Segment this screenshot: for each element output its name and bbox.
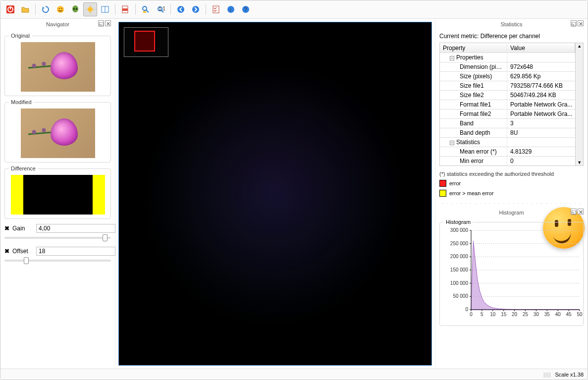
original-label: Original xyxy=(9,33,32,39)
offset-slider[interactable] xyxy=(4,260,111,262)
main-toolbar: 1:1 i ? xyxy=(0,0,588,19)
svg-text:5: 5 xyxy=(481,312,483,317)
offset-label: Offset xyxy=(12,248,33,255)
original-group: Original xyxy=(4,36,111,96)
col-value[interactable]: Value xyxy=(507,44,575,53)
forward-icon[interactable] xyxy=(189,2,203,16)
difference-group: Difference xyxy=(4,168,111,219)
statistics-table: Property Value −Properties Dimension (pi… xyxy=(439,43,584,166)
svg-rect-20 xyxy=(143,11,146,13)
legend-gtmean-swatch xyxy=(439,190,446,197)
gain-reset-button[interactable]: ✖ xyxy=(4,225,9,232)
gain-slider[interactable] xyxy=(4,237,111,239)
col-property[interactable]: Property xyxy=(440,44,507,53)
hist-close-icon[interactable]: ✕ xyxy=(578,209,584,215)
histogram-title: Histogram xyxy=(499,210,524,216)
svg-point-6 xyxy=(72,5,78,12)
svg-text:30: 30 xyxy=(534,312,539,317)
back-icon[interactable] xyxy=(174,2,188,16)
svg-point-18 xyxy=(143,6,147,10)
legend-error-label: error xyxy=(449,180,461,186)
stats-close-icon[interactable]: ✕ xyxy=(578,20,584,26)
svg-text:300 000: 300 000 xyxy=(450,227,469,233)
hist-popout-icon[interactable]: ◱ xyxy=(571,209,577,215)
split-view-icon[interactable] xyxy=(98,2,112,16)
svg-line-19 xyxy=(146,10,149,12)
svg-text:200 000: 200 000 xyxy=(450,254,469,259)
scale-label: Scale x1.38 xyxy=(555,372,584,378)
pdf-icon[interactable] xyxy=(118,2,132,16)
navigator-title: Navigator xyxy=(46,21,69,27)
svg-text:100 000: 100 000 xyxy=(450,280,469,286)
svg-point-24 xyxy=(177,6,184,13)
svg-rect-17 xyxy=(122,8,128,11)
statistics-title: Statistics xyxy=(500,21,522,27)
svg-point-4 xyxy=(59,8,60,9)
zoom-region-icon[interactable] xyxy=(139,2,153,16)
statusbar-grip-icon: |||| xyxy=(543,372,551,378)
image-viewer[interactable] xyxy=(118,22,432,366)
refresh-icon[interactable] xyxy=(39,2,53,16)
zoom-fit-icon[interactable]: 1:1 xyxy=(154,2,167,16)
difference-thumbnail[interactable] xyxy=(11,175,105,215)
stats-popout-icon[interactable]: ◱ xyxy=(571,20,577,26)
svg-text:50 000: 50 000 xyxy=(453,293,468,299)
navigator-panel: Navigator ◱ ✕ Original Modified Differen… xyxy=(0,19,115,369)
statusbar: |||| Scale x1.38 xyxy=(0,369,588,380)
power-icon[interactable] xyxy=(3,2,17,16)
tree-toggle[interactable]: − xyxy=(450,141,454,145)
svg-text:?: ? xyxy=(244,7,247,12)
svg-point-5 xyxy=(61,8,62,9)
sun-icon[interactable] xyxy=(83,2,97,16)
svg-rect-26 xyxy=(213,6,219,13)
original-thumbnail[interactable] xyxy=(21,42,95,92)
help-icon[interactable]: ? xyxy=(239,2,253,16)
svg-text:25: 25 xyxy=(523,312,529,317)
svg-text:40: 40 xyxy=(555,312,561,317)
info-icon[interactable]: i xyxy=(224,2,238,16)
modified-label: Modified xyxy=(9,99,34,105)
histogram-chart: Histogram 050 000100 000150 000200 00025… xyxy=(439,222,584,326)
svg-text:20: 20 xyxy=(512,312,518,317)
open-icon[interactable] xyxy=(18,2,32,16)
svg-point-8 xyxy=(76,8,77,10)
minimap[interactable] xyxy=(124,27,168,57)
stats-footnote: (*) statistics exceeding the authorized … xyxy=(439,171,584,177)
legend-gtmean-label: error > mean error xyxy=(449,190,494,196)
svg-point-3 xyxy=(57,6,64,13)
svg-text:50: 50 xyxy=(577,312,583,317)
svg-text:45: 45 xyxy=(566,312,572,317)
panel-popout-icon[interactable]: ◱ xyxy=(98,20,104,26)
modified-thumbnail[interactable] xyxy=(21,109,95,158)
svg-point-25 xyxy=(192,6,199,13)
svg-text:i: i xyxy=(230,7,231,12)
offset-reset-button[interactable]: ✖ xyxy=(4,248,9,255)
stats-scrollbar[interactable]: ▲▼ xyxy=(575,43,583,165)
modified-group: Modified xyxy=(4,102,111,163)
legend-error-swatch xyxy=(439,180,446,187)
checklist-icon[interactable] xyxy=(209,2,223,16)
gain-input[interactable] xyxy=(36,224,115,233)
difference-label: Difference xyxy=(9,165,38,171)
panel-close-icon[interactable]: ✕ xyxy=(105,20,111,26)
svg-text:10: 10 xyxy=(490,312,496,317)
svg-text:250 000: 250 000 xyxy=(450,241,469,246)
svg-text:150 000: 150 000 xyxy=(450,267,469,272)
minimap-viewport[interactable] xyxy=(134,31,155,52)
svg-point-7 xyxy=(73,8,75,10)
alien-icon[interactable] xyxy=(68,2,82,16)
svg-text:15: 15 xyxy=(501,312,507,317)
smiley-icon[interactable] xyxy=(53,2,67,16)
offset-input[interactable] xyxy=(36,247,115,256)
svg-text:0: 0 xyxy=(465,307,468,312)
svg-text:35: 35 xyxy=(544,312,550,317)
gain-label: Gain xyxy=(12,225,33,232)
tree-toggle[interactable]: − xyxy=(450,56,454,60)
right-panel: Statistics ◱ ✕ Current metric: Differenc… xyxy=(435,19,588,369)
svg-text:0: 0 xyxy=(470,312,473,317)
current-metric-label: Current metric: Difference per channel xyxy=(439,33,584,40)
svg-text:1:1: 1:1 xyxy=(159,6,165,11)
svg-point-9 xyxy=(88,7,93,12)
